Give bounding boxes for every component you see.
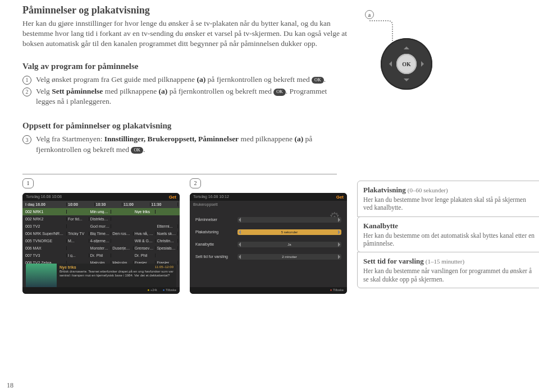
info-kanalbytte: Kanalbytte Her kan du bestemme om det au… — [357, 216, 539, 253]
epg-header: I dag 16.0010:0010:3011:0011:30 — [22, 201, 180, 208]
step1-text-b: på fjernkontrollen og bekreft med — [205, 75, 312, 84]
info-sett-tid: Sett tid for varsling (1–15 minutter) He… — [357, 252, 539, 288]
step-2: 2 Velg Sett påminnelse med pilknappene (… — [22, 86, 348, 107]
section2-heading: Oppsett for påminnelser og plakatvisning — [22, 121, 348, 131]
popup-thumbnail — [26, 264, 57, 290]
step-1: 1 Velg ønsket program fra Get guide med … — [22, 75, 348, 85]
ref-a2: (a) — [159, 87, 168, 95]
step3-bold: Innstillinger, Brukeroppsett, Påminnelse… — [104, 135, 239, 143]
legend-blue: Tilbake — [163, 288, 176, 293]
step-3: 3 Velg fra Startmenyen: Innstillinger, B… — [22, 134, 348, 154]
step2-bold: Sett påminnelse — [52, 87, 103, 95]
info1-title: Plakatvisning — [363, 186, 406, 194]
logo-icon: Get — [169, 195, 176, 200]
step2-text-a: Velg — [36, 87, 52, 95]
page-title: Påminnelser og plakatvisning — [22, 4, 348, 16]
shot1-date: Torsdag 16.08 10:08 — [26, 195, 62, 199]
popup-title: Nye triks — [60, 265, 76, 269]
ok-chip-3: OK — [131, 147, 143, 154]
info-plakatvisning: Plakatvisning (0–60 sekunder) Her kan du… — [357, 181, 539, 217]
ref-a: (a) — [197, 75, 205, 84]
shot2-date: Torsdag 16.08 10:12 — [193, 195, 229, 199]
program-popup: Nye triks 11:05–12:00 Britisk dramaserie… — [26, 264, 176, 290]
step-number-2: 2 — [22, 87, 31, 96]
arrow-right-icon — [421, 61, 427, 67]
legend-yellow: +24t — [148, 288, 157, 293]
dpad: OK — [381, 38, 432, 90]
info2-title: Kanalbytte — [363, 222, 398, 230]
ok-chip: OK — [312, 77, 324, 84]
logo-icon-2: Get — [336, 195, 344, 200]
step3-text-a: Velg fra Startmenyen: — [36, 135, 104, 143]
arrow-up-icon — [404, 44, 409, 49]
step2-text-c: på fjernkontrollen og bekreft med — [167, 87, 273, 95]
ok-button: OK — [396, 54, 417, 74]
info3-title: Sett tid for varsling — [363, 257, 424, 265]
screenshot-settings: Torsdag 16.08 10:12Get Brukeroppsett ⚙ P… — [190, 193, 347, 294]
step-number-3: 3 — [22, 135, 31, 144]
popup-time: 11:05–12:00 — [155, 265, 173, 269]
info1-sub: (0–60 sekunder) — [408, 187, 448, 193]
step-number-1: 1 — [22, 76, 31, 85]
info3-body: Her kan du bestemme når varslingen for p… — [363, 267, 536, 283]
screenshot-badge-1: 1 — [22, 178, 34, 188]
popup-desc: Britisk dramaserie. Teamet etterforsker … — [60, 270, 173, 277]
ok-chip-2: OK — [273, 89, 286, 96]
legend-red: Tilbake — [330, 288, 344, 293]
step2-text-b: med pilknappene — [103, 87, 158, 95]
intro-text: Her kan du gjøre innstillinger for hvor … — [22, 19, 348, 49]
section1-heading: Valg av program for påminnelse — [22, 62, 348, 71]
screenshot-epg: Torsdag 16.08 10:08Get I dag 16.0010:001… — [22, 193, 180, 294]
ref-a3: (a) — [294, 135, 303, 143]
step3-text-b: med pilknappene — [239, 135, 294, 143]
page-number: 18 — [7, 381, 13, 390]
arrow-down-icon — [404, 79, 409, 84]
marker-a: a — [365, 10, 374, 19]
info2-body: Her kan du bestemme om det automatisk sk… — [363, 232, 536, 248]
screenshot-badge-2: 2 — [190, 178, 201, 188]
breadcrumb: Brukeroppsett — [190, 201, 347, 208]
arrow-left-icon — [386, 61, 392, 67]
info3-sub: (1–15 minutter) — [426, 258, 464, 265]
step1-text-a: Velg ønsket program fra Get guide med pi… — [36, 75, 197, 84]
info1-body: Her kan du bestemme hvor lenge plakaten … — [363, 196, 536, 212]
